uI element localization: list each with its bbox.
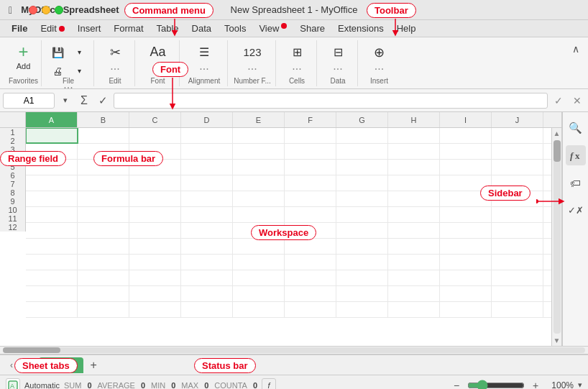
cell-D11[interactable]: [181, 286, 233, 301]
cell-G6[interactable]: [336, 207, 388, 222]
cell-B1[interactable]: [78, 128, 129, 143]
col-header-J[interactable]: J: [492, 112, 543, 127]
scroll-down-button[interactable]: ▼: [552, 335, 561, 346]
cell-B9[interactable]: [78, 255, 129, 270]
cell-K8[interactable]: [543, 239, 551, 254]
cell-G7[interactable]: [336, 223, 388, 238]
row-num-10[interactable]: 10: [0, 206, 26, 214]
cell-H9[interactable]: [388, 255, 440, 270]
cell-F4[interactable]: [285, 175, 336, 191]
cell-G12[interactable]: [336, 302, 388, 317]
cell-E9[interactable]: [233, 255, 285, 270]
cell-J4[interactable]: [492, 175, 543, 191]
cell-A8[interactable]: [26, 239, 78, 254]
sidebar-search-button[interactable]: 🔍: [566, 118, 586, 138]
cell-I5[interactable]: [440, 191, 492, 206]
insert-more[interactable]: ···: [375, 63, 384, 75]
cell-A6[interactable]: [26, 207, 78, 222]
cell-D4[interactable]: [181, 175, 233, 191]
cell-E2[interactable]: [233, 144, 285, 159]
cell-J1[interactable]: [492, 128, 543, 143]
menu-insert[interactable]: Insert: [72, 22, 107, 35]
cell-C9[interactable]: [129, 255, 181, 270]
cell-E7[interactable]: [233, 223, 285, 238]
cell-C7[interactable]: [129, 223, 181, 238]
cell-J7[interactable]: [492, 223, 543, 238]
cell-K11[interactable]: [543, 286, 551, 301]
cell-J11[interactable]: [492, 286, 543, 301]
cell-I2[interactable]: [440, 144, 492, 159]
zoom-in-button[interactable]: +: [529, 379, 542, 390]
function-dropdown-button[interactable]: ▾: [58, 93, 73, 109]
sidebar-check-button[interactable]: ✓✗: [566, 200, 586, 220]
cell-G9[interactable]: [336, 255, 388, 270]
cell-E8[interactable]: [233, 239, 285, 254]
cell-F9[interactable]: [285, 255, 336, 270]
cell-E3[interactable]: [233, 160, 285, 175]
cell-I8[interactable]: [440, 239, 492, 254]
cell-G1[interactable]: [336, 128, 388, 143]
cell-K3[interactable]: [543, 160, 551, 175]
cell-H4[interactable]: [388, 175, 440, 191]
cell-C5[interactable]: [129, 191, 181, 206]
cell-D5[interactable]: [181, 191, 233, 206]
row-num-3[interactable]: 3: [0, 145, 26, 154]
maximize-button[interactable]: [55, 6, 63, 14]
font-more[interactable]: ···: [153, 63, 162, 75]
menu-share[interactable]: Share: [294, 22, 331, 35]
row-num-6[interactable]: 6: [0, 171, 26, 180]
data-more[interactable]: ···: [333, 63, 342, 75]
cell-C1[interactable]: [129, 128, 181, 143]
cell-J8[interactable]: [492, 239, 543, 254]
cell-B12[interactable]: [78, 302, 129, 317]
sidebar-fx-button[interactable]: f x: [566, 145, 586, 165]
cell-F3[interactable]: [285, 160, 336, 175]
cell-C2[interactable]: [129, 144, 181, 159]
cell-A9[interactable]: [26, 255, 78, 270]
zoom-out-button[interactable]: −: [450, 379, 463, 390]
cell-F12[interactable]: [285, 302, 336, 317]
cell-K2[interactable]: [543, 144, 551, 159]
horizontal-scrollbar[interactable]: [0, 346, 588, 354]
col-header-C[interactable]: C: [129, 112, 181, 127]
row-num-4[interactable]: 4: [0, 154, 26, 163]
cell-H10[interactable]: [388, 270, 440, 285]
cell-I4[interactable]: [440, 175, 492, 191]
cell-I7[interactable]: [440, 223, 492, 238]
cell-D8[interactable]: [181, 239, 233, 254]
cell-H7[interactable]: [388, 223, 440, 238]
cell-G5[interactable]: [336, 191, 388, 206]
cell-K5[interactable]: [543, 191, 551, 206]
function-button[interactable]: f: [262, 378, 276, 390]
cell-C10[interactable]: [129, 270, 181, 285]
cell-I11[interactable]: [440, 286, 492, 301]
cell-C11[interactable]: [129, 286, 181, 301]
style-indicator[interactable]: A: [6, 378, 20, 390]
cell-A2[interactable]: [26, 144, 78, 159]
cell-B10[interactable]: [78, 270, 129, 285]
cell-B8[interactable]: [78, 239, 129, 254]
col-header-A[interactable]: A: [26, 112, 78, 127]
cell-B3[interactable]: [78, 160, 129, 175]
edit-more[interactable]: ···: [110, 63, 119, 75]
cell-E5[interactable]: [233, 191, 285, 206]
cell-B11[interactable]: [78, 286, 129, 301]
row-num-5[interactable]: 5: [0, 163, 26, 171]
cell-E10[interactable]: [233, 270, 285, 285]
row-num-9[interactable]: 9: [0, 197, 26, 206]
cell-K6[interactable]: [543, 207, 551, 222]
col-header-H[interactable]: H: [388, 112, 440, 127]
menu-help[interactable]: Help: [391, 22, 422, 35]
cell-G8[interactable]: [336, 239, 388, 254]
sigma-button[interactable]: Σ: [76, 93, 92, 109]
cell-K1[interactable]: [543, 128, 551, 143]
cell-reference-input[interactable]: [3, 93, 55, 109]
cell-J3[interactable]: [492, 160, 543, 175]
cell-G2[interactable]: [336, 144, 388, 159]
menu-edit[interactable]: Edit: [35, 22, 70, 35]
cell-B4[interactable]: [78, 175, 129, 191]
menu-tools[interactable]: Tools: [219, 22, 252, 35]
row-num-8[interactable]: 8: [0, 188, 26, 197]
cell-A5[interactable]: [26, 191, 78, 206]
menu-data[interactable]: Data: [186, 22, 217, 35]
